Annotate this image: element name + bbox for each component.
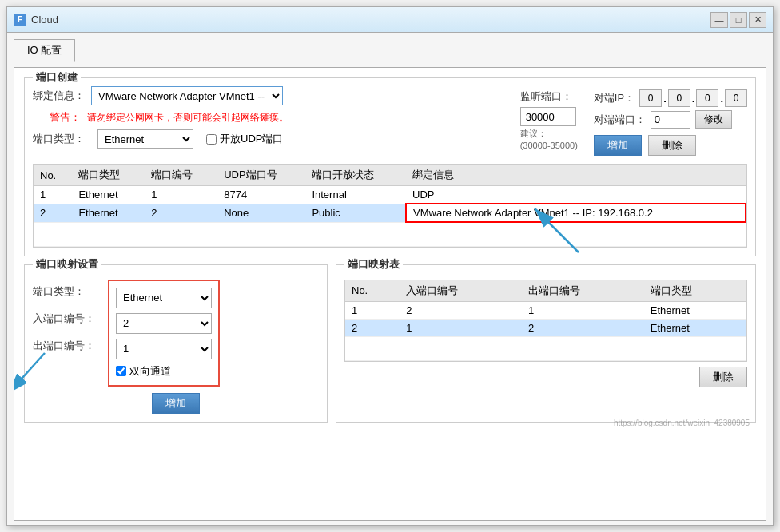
mapping-labels: 端口类型： 入端口编号： 出端口编号：: [33, 280, 95, 356]
table-row[interactable]: 1 Ethernet 1 8774 Internal UDP: [34, 186, 746, 204]
col-binding: 绑定信息: [406, 165, 746, 186]
row1-status: Internal: [305, 186, 406, 204]
map-row1-type: Ethernet: [644, 301, 746, 319]
binding-select[interactable]: VMware Network Adapter VMnet1 -- IP: 192…: [91, 86, 283, 105]
map-row2-no: 2: [345, 319, 400, 336]
listen-port-input[interactable]: [520, 107, 576, 126]
title-bar: F Cloud — □ ✕: [7, 7, 773, 33]
mapping-form: 端口类型： 入端口编号： 出端口编号： Ethernet 2: [33, 280, 319, 387]
port-type-row: 端口类型： Ethernet 开放UDP端口: [33, 129, 504, 149]
map-out-label: 出端口编号：: [33, 335, 95, 356]
map-out-select[interactable]: 1: [116, 339, 212, 359]
mapping-add-area: 增加: [33, 393, 319, 414]
col-num: 端口编号: [145, 165, 217, 186]
port-type-select[interactable]: Ethernet: [98, 129, 193, 149]
main-content: 端口创建 绑定信息： VMware Network Adapter VMnet1…: [14, 67, 766, 521]
row1-no: 1: [34, 186, 72, 204]
binding-row: 绑定信息： VMware Network Adapter VMnet1 -- I…: [33, 86, 504, 105]
col-no: No.: [34, 165, 72, 186]
mapping-delete-button[interactable]: 删除: [699, 367, 747, 387]
maximize-button[interactable]: □: [730, 12, 747, 28]
port-table: No. 端口类型 端口编号 UDP端口号 端口开放状态 绑定信息 1: [33, 164, 747, 248]
port-mapping-settings-title: 端口映射设置: [33, 257, 101, 272]
minimize-button[interactable]: —: [710, 12, 728, 28]
map-type-select[interactable]: Ethernet: [116, 288, 212, 308]
main-window: F Cloud — □ ✕ IO 配置 端口创建: [6, 6, 774, 526]
port-mapping-table-section: 端口映射表 No. 入端口编号 出端口编号 端口类型: [336, 264, 756, 423]
listen-port-label: 监听端口：: [520, 89, 572, 104]
port-creation-title: 端口创建: [33, 70, 81, 85]
map-col-in: 入端口编号: [400, 280, 522, 302]
close-button[interactable]: ✕: [749, 12, 766, 28]
title-bar-left: F Cloud: [14, 14, 58, 26]
peer-config-area: 对端IP： . . . 对端: [594, 86, 747, 156]
ip-dot-1: .: [663, 93, 667, 105]
udp-checkbox[interactable]: [206, 134, 217, 145]
add-port-button[interactable]: 增加: [594, 135, 642, 156]
warning-label: 警告：: [33, 110, 81, 125]
mapping-table: No. 入端口编号 出端口编号 端口类型 1 2 1: [344, 280, 747, 362]
col-type: 端口类型: [72, 165, 145, 186]
row1-type: Ethernet: [72, 186, 145, 204]
row2-num: 2: [145, 204, 217, 222]
map-col-no: No.: [345, 280, 400, 302]
bottom-sections: 端口映射设置 端口类型： 入端口编号： 出端口编号： Ethernet: [24, 264, 756, 431]
map-row2-in: 1: [400, 319, 522, 336]
map-in-label: 入端口编号：: [33, 308, 95, 329]
watermark: https://blog.csdn.net/weixin_42380905: [614, 419, 750, 427]
map-row2-type: Ethernet: [644, 319, 746, 336]
row1-udp: 8774: [217, 186, 305, 204]
map-col-out: 出端口编号: [522, 280, 644, 302]
port-type-label: 端口类型：: [33, 132, 85, 146]
ip-dot-3: .: [720, 93, 723, 105]
mapping-delete-area: 删除: [344, 367, 747, 387]
tab-io-config[interactable]: IO 配置: [14, 39, 75, 62]
table-row-empty: [345, 336, 746, 360]
udp-label: 开放UDP端口: [220, 132, 283, 146]
table-row-empty: [34, 222, 746, 246]
map-type-label: 端口类型：: [33, 281, 95, 302]
table-row[interactable]: 2 Ethernet 2 None Public VMware Network …: [34, 204, 746, 222]
table-row[interactable]: 1 2 1 Ethernet: [345, 301, 746, 319]
window-title: Cloud: [31, 14, 58, 26]
bidirectional-row: 双向通道: [116, 364, 212, 379]
map-row1-no: 1: [345, 301, 400, 319]
action-buttons: 增加 删除: [594, 135, 747, 156]
app-icon: F: [14, 14, 26, 26]
row2-status: Public: [305, 204, 406, 222]
tab-bar: IO 配置: [14, 39, 766, 61]
peer-ip-label: 对端IP：: [594, 91, 635, 105]
col-udp: UDP端口号: [217, 165, 305, 186]
mapping-add-button[interactable]: 增加: [152, 393, 200, 414]
ip-octet-1[interactable]: [639, 89, 662, 107]
port-creation-section: 端口创建 绑定信息： VMware Network Adapter VMnet1…: [24, 77, 756, 256]
port-mapping-table-title: 端口映射表: [344, 257, 403, 272]
mapping-selects-box: Ethernet 2 1 双向通道: [108, 280, 220, 387]
ip-octet-3[interactable]: [696, 89, 718, 107]
col-status: 端口开放状态: [305, 165, 406, 186]
ip-octet-4[interactable]: [725, 89, 747, 107]
ip-octet-2[interactable]: [668, 89, 690, 107]
warning-row: 警告： 请勿绑定公网网卡，否则可能会引起网络瘫痪。: [33, 110, 504, 125]
map-in-select[interactable]: 2: [116, 313, 212, 334]
table-row[interactable]: 2 1 2 Ethernet: [345, 319, 746, 336]
bidirectional-checkbox[interactable]: [116, 366, 126, 376]
row1-binding: UDP: [406, 186, 746, 204]
binding-label: 绑定信息：: [33, 89, 85, 103]
listen-port-hint: 建议：(30000-35000): [520, 128, 578, 153]
bidirectional-label: 双向通道: [129, 364, 171, 379]
peer-port-label: 对端端口：: [594, 113, 646, 127]
port-mapping-settings-section: 端口映射设置 端口类型： 入端口编号： 出端口编号： Ethernet: [24, 264, 328, 423]
peer-port-row: 对端端口： 修改: [594, 110, 747, 129]
row2-udp: None: [217, 204, 305, 222]
ip-dot-2: .: [692, 93, 695, 105]
ip-inputs: . . .: [639, 89, 747, 107]
peer-port-input[interactable]: [651, 111, 690, 129]
listen-port-area: 监听端口： 建议：(30000-35000): [520, 86, 578, 153]
udp-checkbox-label: 开放UDP端口: [206, 132, 283, 146]
delete-port-button[interactable]: 删除: [648, 135, 696, 156]
row1-num: 1: [145, 186, 217, 204]
modify-button[interactable]: 修改: [695, 110, 732, 129]
row2-no: 2: [34, 204, 72, 222]
map-row1-in: 2: [400, 301, 522, 319]
